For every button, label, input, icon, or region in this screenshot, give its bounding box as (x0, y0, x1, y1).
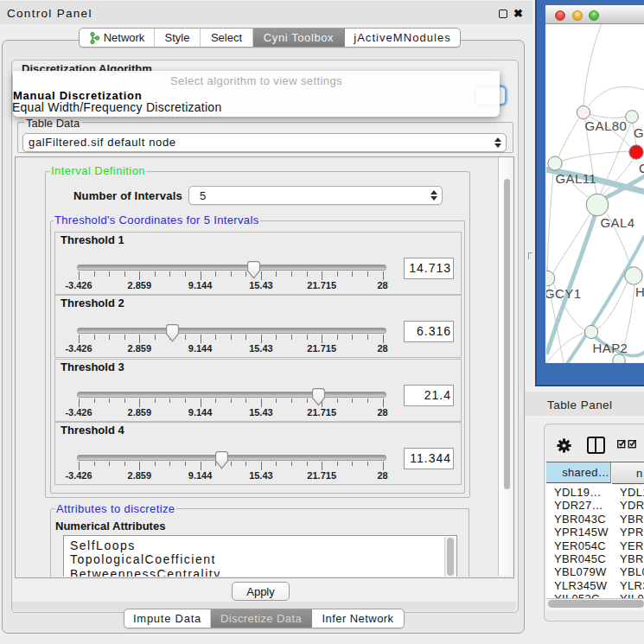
svg-text:C: C (639, 161, 644, 175)
svg-text:GAL4: GAL4 (601, 215, 635, 230)
svg-text:G: G (634, 125, 644, 140)
svg-text:GCY1: GCY1 (546, 286, 581, 301)
svg-text:GAL80: GAL80 (585, 118, 628, 133)
svg-text:H: H (635, 284, 644, 299)
svg-text:HAP2: HAP2 (593, 341, 628, 355)
svg-text:GAL11: GAL11 (556, 171, 597, 186)
